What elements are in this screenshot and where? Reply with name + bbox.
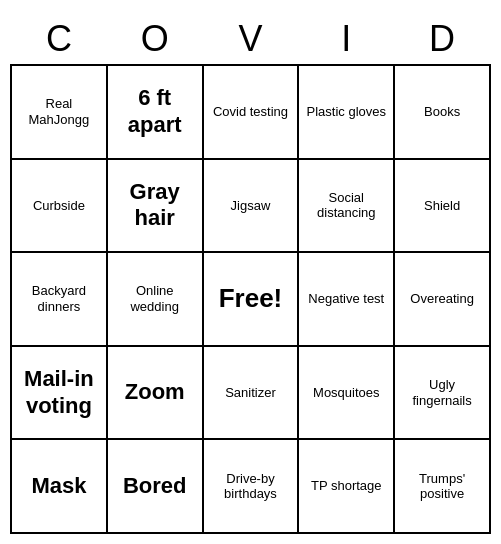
bingo-cell[interactable]: TP shortage [298, 439, 394, 533]
bingo-row: Mail-in votingZoomSanitizerMosquitoesUgl… [11, 346, 490, 440]
bingo-row: MaskBoredDrive-by birthdaysTP shortageTr… [11, 439, 490, 533]
bingo-cell[interactable]: Overeating [394, 252, 490, 346]
bingo-cell[interactable]: Free! [203, 252, 299, 346]
bingo-cell[interactable]: Gray hair [107, 159, 203, 253]
bingo-cell[interactable]: Online wedding [107, 252, 203, 346]
header-letter: I [298, 14, 394, 65]
bingo-cell[interactable]: Jigsaw [203, 159, 299, 253]
bingo-row: CurbsideGray hairJigsawSocial distancing… [11, 159, 490, 253]
bingo-cell[interactable]: Covid testing [203, 65, 299, 159]
bingo-cell[interactable]: Books [394, 65, 490, 159]
bingo-cell[interactable]: Mask [11, 439, 107, 533]
bingo-cell[interactable]: Zoom [107, 346, 203, 440]
bingo-cell[interactable]: Real MahJongg [11, 65, 107, 159]
bingo-row: Real MahJongg6 ft apartCovid testingPlas… [11, 65, 490, 159]
bingo-cell[interactable]: Mosquitoes [298, 346, 394, 440]
bingo-cell[interactable]: Bored [107, 439, 203, 533]
bingo-row: Backyard dinnersOnline weddingFree!Negat… [11, 252, 490, 346]
bingo-cell[interactable]: Drive-by birthdays [203, 439, 299, 533]
bingo-cell[interactable]: Ugly fingernails [394, 346, 490, 440]
bingo-cell[interactable]: Plastic gloves [298, 65, 394, 159]
bingo-cell[interactable]: 6 ft apart [107, 65, 203, 159]
bingo-cell[interactable]: Sanitizer [203, 346, 299, 440]
bingo-cell[interactable]: Backyard dinners [11, 252, 107, 346]
bingo-grid: COVID Real MahJongg6 ft apartCovid testi… [10, 14, 491, 534]
bingo-cell[interactable]: Mail-in voting [11, 346, 107, 440]
bingo-cell[interactable]: Trumps' positive [394, 439, 490, 533]
header-letter: D [394, 14, 490, 65]
bingo-cell[interactable]: Social distancing [298, 159, 394, 253]
header-letter: C [11, 14, 107, 65]
bingo-cell[interactable]: Negative test [298, 252, 394, 346]
bingo-cell[interactable]: Shield [394, 159, 490, 253]
header-letter: O [107, 14, 203, 65]
bingo-cell[interactable]: Curbside [11, 159, 107, 253]
header-letter: V [203, 14, 299, 65]
